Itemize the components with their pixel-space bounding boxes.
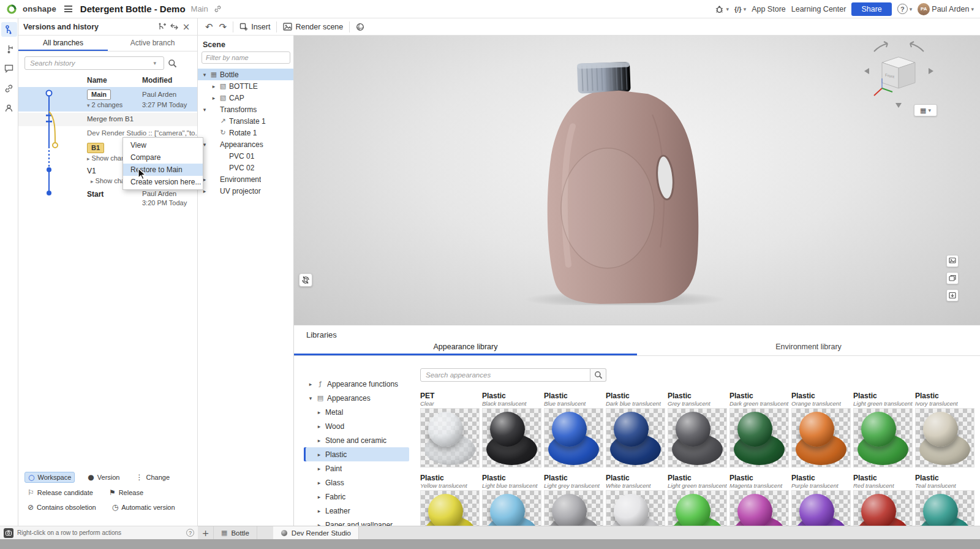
add-tab-button[interactable]: + bbox=[198, 526, 214, 539]
caret-icon[interactable]: ▸ bbox=[307, 381, 314, 387]
change-row[interactable]: Dev Render Studio :: ["camera","to... bbox=[87, 129, 198, 137]
versions-history-panel-button[interactable] bbox=[1, 22, 17, 37]
version-node-start[interactable] bbox=[47, 191, 51, 195]
render-scene-button[interactable]: Render scene bbox=[283, 23, 343, 31]
caret-icon[interactable]: ▸ bbox=[211, 95, 217, 101]
caret-icon[interactable]: ▸ bbox=[316, 452, 322, 458]
caret-icon[interactable]: ▸ bbox=[211, 83, 217, 89]
rotate-left-arrow[interactable] bbox=[864, 68, 869, 74]
comments-panel-button[interactable] bbox=[1, 61, 17, 76]
search-history-input[interactable] bbox=[24, 56, 164, 70]
appearance-swatch-plastic-black-translucent[interactable]: PlasticBlack translucent bbox=[482, 392, 541, 468]
close-panel-icon[interactable]: × bbox=[180, 21, 192, 33]
share-button[interactable]: Share bbox=[851, 2, 891, 16]
tab-bottle[interactable]: ▦ Bottle bbox=[214, 526, 257, 539]
appearance-swatch-plastic-ivory-translucent[interactable]: PlasticIvory translucent bbox=[915, 392, 974, 468]
scene-node-translate-1[interactable]: ↗Translate 1 bbox=[198, 115, 293, 127]
scene-node-cap[interactable]: ▸▧CAP bbox=[198, 92, 293, 104]
scene-node-bottle[interactable]: ▸▧BOTTLE bbox=[198, 80, 293, 92]
export-image-button[interactable] bbox=[946, 289, 959, 301]
caret-icon[interactable]: ▸ bbox=[316, 466, 322, 472]
view-options-button[interactable]: ▦ ▾ bbox=[914, 104, 937, 116]
caret-icon[interactable]: ▸ bbox=[316, 409, 322, 415]
category-leather[interactable]: ▸Leather bbox=[304, 504, 409, 518]
context-menu-item-compare[interactable]: Compare bbox=[123, 151, 203, 164]
category-plastic[interactable]: ▸Plastic bbox=[304, 447, 409, 461]
caret-icon[interactable]: ▾ bbox=[202, 107, 208, 113]
version-node-v1[interactable] bbox=[47, 167, 51, 172]
caret-icon[interactable]: ▸ bbox=[316, 480, 322, 486]
appearance-swatch-plastic-purple-translucent[interactable]: PlasticPurple translucent bbox=[791, 474, 851, 526]
main-row-changes-toggle[interactable]: ▾ 2 changes bbox=[87, 101, 123, 108]
copy-link-icon[interactable] bbox=[214, 5, 222, 13]
collaborators-button[interactable] bbox=[1, 100, 17, 115]
category-metal[interactable]: ▸Metal bbox=[304, 405, 409, 419]
diagnostics-menu[interactable]: ▾ bbox=[715, 5, 729, 13]
scene-node-transforms[interactable]: ▾Transforms bbox=[198, 104, 293, 115]
scene-node-appearances[interactable]: ▾Appearances bbox=[198, 138, 293, 150]
render-options-button[interactable] bbox=[356, 23, 364, 31]
tab-active-branch[interactable]: Active branch bbox=[108, 36, 197, 51]
caret-icon[interactable]: ▸ bbox=[316, 423, 322, 430]
category-glass[interactable]: ▸Glass bbox=[304, 475, 409, 490]
legend-change[interactable]: ⋮Change bbox=[133, 472, 173, 483]
tab-environment-library[interactable]: Environment library bbox=[637, 340, 980, 355]
appearance-swatch-plastic-light-green-translucent[interactable]: PlasticLight green translucent bbox=[668, 474, 727, 526]
appearance-swatch-plastic-light-green-translucent[interactable]: PlasticLight green translucent bbox=[853, 392, 913, 468]
category-appearances[interactable]: ▾▤Appearances bbox=[304, 391, 409, 405]
search-appearances-button[interactable] bbox=[590, 368, 606, 382]
workspace-node-main[interactable] bbox=[47, 91, 52, 96]
appearance-swatch-plastic-white-translucent[interactable]: PlasticWhite translucent bbox=[606, 474, 665, 526]
appearance-swatch-plastic-magenta-translucent[interactable]: PlasticMagenta translucent bbox=[729, 474, 789, 526]
history-row-v1[interactable]: V1 bbox=[87, 167, 96, 175]
appearance-swatch-plastic-teal-translucent[interactable]: PlasticTeal translucent bbox=[915, 474, 974, 526]
caret-icon[interactable]: ▸ bbox=[316, 437, 322, 444]
scene-filter-input[interactable] bbox=[202, 51, 290, 64]
compare-icon[interactable] bbox=[168, 21, 180, 33]
appearance-swatch-plastic-grey-translucent[interactable]: PlasticGrey translucent bbox=[668, 392, 727, 468]
appearance-swatch-plastic-light-blue-translucent[interactable]: PlasticLight blue translucent bbox=[482, 474, 541, 526]
category-paint[interactable]: ▸Paint bbox=[304, 461, 409, 475]
history-row-start[interactable]: Start bbox=[87, 190, 104, 199]
viewport-3d[interactable]: Front ▦ ▾ bbox=[294, 36, 980, 325]
legend-automatic-version[interactable]: ◷Automatic version bbox=[109, 502, 178, 512]
legend-workspace[interactable]: ○Workspace bbox=[24, 472, 75, 483]
search-icon[interactable] bbox=[168, 59, 177, 68]
context-menu-item-view[interactable]: View bbox=[123, 139, 203, 151]
search-appearances-input[interactable] bbox=[420, 368, 590, 382]
appearance-swatch-pet-clear[interactable]: PETClear bbox=[420, 392, 480, 468]
appearance-swatch-plastic-yellow-translucent[interactable]: PlasticYellow translucent bbox=[420, 474, 480, 526]
compare-images-button[interactable] bbox=[946, 272, 959, 284]
tab-all-branches[interactable]: All branches bbox=[18, 36, 108, 51]
snapshot-button[interactable] bbox=[946, 255, 959, 267]
scene-node-pvc-02[interactable]: PVC 02 bbox=[198, 162, 293, 173]
featurescript-menu[interactable]: {/} ▾ bbox=[734, 6, 746, 13]
appearance-swatch-plastic-light-grey-translucent[interactable]: PlasticLight grey translucent bbox=[544, 474, 603, 526]
undo-button[interactable]: ↶ bbox=[205, 21, 213, 32]
appearance-swatch-plastic-orange-translucent[interactable]: PlasticOrange translucent bbox=[791, 392, 851, 468]
category-paper-and-wallpaper[interactable]: ▸Paper and wallpaper bbox=[304, 518, 409, 526]
category-stone-and-ceramic[interactable]: ▸Stone and ceramic bbox=[304, 433, 409, 447]
category-fabric[interactable]: ▸Fabric bbox=[304, 490, 409, 504]
app-store-link[interactable]: App Store bbox=[752, 5, 786, 13]
change-row[interactable]: Merge from B1 bbox=[87, 115, 134, 123]
legend-contains-obsoletion[interactable]: ⊘Contains obsoletion bbox=[24, 502, 99, 512]
caret-icon[interactable]: ▾ bbox=[202, 72, 208, 78]
scene-node-pvc-01[interactable]: PVC 01 bbox=[198, 150, 293, 162]
learning-center-link[interactable]: Learning Center bbox=[791, 5, 846, 13]
caret-icon[interactable]: ▸ bbox=[316, 494, 322, 500]
insert-button[interactable]: Insert bbox=[239, 23, 270, 31]
appearance-swatch-plastic-dark-green-translucent[interactable]: PlasticDark green translucent bbox=[729, 392, 789, 468]
rotate-right-arrow[interactable] bbox=[929, 68, 933, 74]
caret-icon[interactable]: ▾ bbox=[307, 395, 314, 401]
legend-version[interactable]: ●Version bbox=[85, 472, 123, 483]
history-row-main[interactable]: Main bbox=[87, 89, 111, 100]
view-cube[interactable]: Front bbox=[861, 39, 937, 110]
caret-icon[interactable]: ▸ bbox=[316, 508, 322, 514]
tab-dev-render-studio[interactable]: Dev Render Studio bbox=[273, 526, 359, 539]
share-link-button[interactable] bbox=[1, 81, 17, 96]
help-menu[interactable]: ? ▾ bbox=[897, 4, 913, 14]
appearance-swatch-plastic-red-translucent[interactable]: PlasticRed translucent bbox=[853, 474, 913, 526]
search-filter-caret-icon[interactable]: ▾ bbox=[153, 60, 156, 66]
create-branch-icon[interactable] bbox=[156, 21, 168, 33]
